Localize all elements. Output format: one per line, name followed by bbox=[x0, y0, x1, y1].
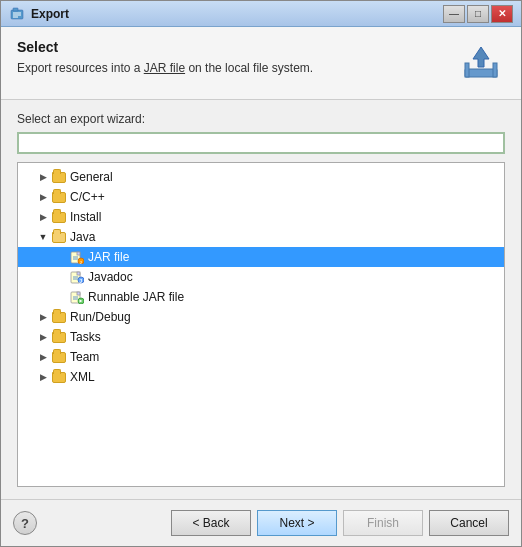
header-desc-link: JAR file bbox=[144, 61, 185, 75]
help-button[interactable]: ? bbox=[13, 511, 37, 535]
label-install: Install bbox=[70, 210, 101, 224]
tree-item-general[interactable]: ▶ General bbox=[18, 167, 504, 187]
arrow-general: ▶ bbox=[36, 170, 50, 184]
svg-rect-10 bbox=[77, 252, 80, 255]
arrow-cpp: ▶ bbox=[36, 190, 50, 204]
svg-text:J: J bbox=[79, 278, 82, 284]
header-panel: Select Export resources into a JAR file … bbox=[1, 27, 521, 100]
arrow-tasks: ▶ bbox=[36, 330, 50, 344]
tree-item-javadoc[interactable]: J Javadoc bbox=[18, 267, 504, 287]
svg-rect-6 bbox=[465, 63, 469, 77]
tree-item-runnable-jar[interactable]: Runnable JAR file bbox=[18, 287, 504, 307]
svg-rect-7 bbox=[493, 63, 497, 77]
label-javadoc: Javadoc bbox=[88, 270, 133, 284]
minimize-button[interactable]: — bbox=[443, 5, 465, 23]
header-text: Select Export resources into a JAR file … bbox=[17, 39, 447, 75]
header-description: Export resources into a JAR file on the … bbox=[17, 61, 447, 75]
search-input[interactable] bbox=[17, 132, 505, 154]
header-title: Select bbox=[17, 39, 447, 55]
folder-icon-tasks bbox=[51, 330, 67, 344]
tree-container: ▶ General ▶ C/C++ ▶ Install bbox=[17, 162, 505, 487]
main-content: Select an export wizard: ▶ General ▶ C/C… bbox=[1, 100, 521, 499]
tree-item-cpp[interactable]: ▶ C/C++ bbox=[18, 187, 504, 207]
svg-text:J: J bbox=[80, 260, 82, 265]
tree-item-tasks[interactable]: ▶ Tasks bbox=[18, 327, 504, 347]
svg-marker-8 bbox=[473, 47, 489, 67]
label-tasks: Tasks bbox=[70, 330, 101, 344]
label-general: General bbox=[70, 170, 113, 184]
window-controls: — □ ✕ bbox=[443, 5, 513, 23]
label-run-debug: Run/Debug bbox=[70, 310, 131, 324]
search-label: Select an export wizard: bbox=[17, 112, 505, 126]
svg-rect-1 bbox=[13, 8, 18, 11]
tree-item-xml[interactable]: ▶ XML bbox=[18, 367, 504, 387]
folder-icon-java bbox=[51, 230, 67, 244]
title-bar: Export — □ ✕ bbox=[1, 1, 521, 27]
folder-icon-general bbox=[51, 170, 67, 184]
maximize-button[interactable]: □ bbox=[467, 5, 489, 23]
label-runnable-jar: Runnable JAR file bbox=[88, 290, 184, 304]
arrow-javadoc bbox=[54, 270, 68, 284]
arrow-java: ▼ bbox=[36, 230, 50, 244]
arrow-xml: ▶ bbox=[36, 370, 50, 384]
arrow-jar bbox=[54, 250, 68, 264]
arrow-run-debug: ▶ bbox=[36, 310, 50, 324]
arrow-team: ▶ bbox=[36, 350, 50, 364]
window-title: Export bbox=[31, 7, 443, 21]
runnable-jar-icon bbox=[69, 290, 85, 304]
javadoc-icon: J bbox=[69, 270, 85, 284]
label-java: Java bbox=[70, 230, 95, 244]
tree-item-jar-file[interactable]: J JAR file bbox=[18, 247, 504, 267]
export-window: Export — □ ✕ Select Export resources int… bbox=[0, 0, 522, 547]
footer: ? < Back Next > Finish Cancel bbox=[1, 499, 521, 546]
folder-icon-run-debug bbox=[51, 310, 67, 324]
label-jar-file: JAR file bbox=[88, 250, 129, 264]
folder-icon-xml bbox=[51, 370, 67, 384]
tree-item-install[interactable]: ▶ Install bbox=[18, 207, 504, 227]
folder-icon-install bbox=[51, 210, 67, 224]
footer-left: ? bbox=[13, 511, 37, 535]
window-icon bbox=[9, 6, 25, 22]
jar-file-icon: J bbox=[69, 250, 85, 264]
tree-item-java[interactable]: ▼ Java bbox=[18, 227, 504, 247]
export-icon bbox=[457, 39, 505, 87]
folder-icon-cpp bbox=[51, 190, 67, 204]
label-cpp: C/C++ bbox=[70, 190, 105, 204]
svg-rect-16 bbox=[77, 272, 80, 275]
label-xml: XML bbox=[70, 370, 95, 384]
next-button[interactable]: Next > bbox=[257, 510, 337, 536]
svg-rect-5 bbox=[465, 69, 497, 77]
tree-item-run-debug[interactable]: ▶ Run/Debug bbox=[18, 307, 504, 327]
folder-icon-team bbox=[51, 350, 67, 364]
tree-item-team[interactable]: ▶ Team bbox=[18, 347, 504, 367]
close-button[interactable]: ✕ bbox=[491, 5, 513, 23]
back-button[interactable]: < Back bbox=[171, 510, 251, 536]
finish-button[interactable]: Finish bbox=[343, 510, 423, 536]
svg-rect-22 bbox=[77, 292, 80, 295]
header-desc-plain: Export resources into a bbox=[17, 61, 144, 75]
header-desc-end: on the local file system. bbox=[185, 61, 313, 75]
cancel-button[interactable]: Cancel bbox=[429, 510, 509, 536]
arrow-install: ▶ bbox=[36, 210, 50, 224]
label-team: Team bbox=[70, 350, 99, 364]
arrow-runnable bbox=[54, 290, 68, 304]
